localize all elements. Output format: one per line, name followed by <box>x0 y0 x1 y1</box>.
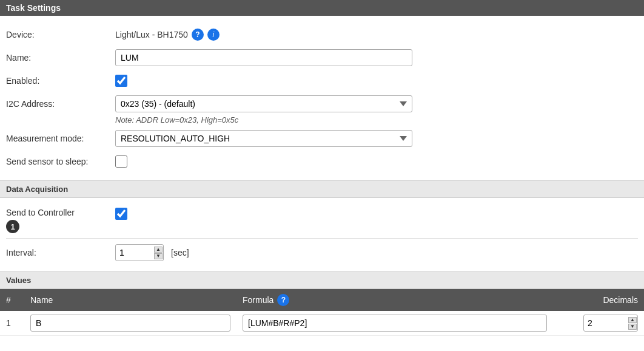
sleep-control <box>115 155 127 168</box>
page-container: Task Settings Device: Light/Lux - BH1750… <box>0 0 644 351</box>
col-header-name: Name <box>24 289 236 311</box>
name-label: Name: <box>6 53 115 63</box>
values-table-header-row: # Name Formula ? Decimals <box>0 289 644 311</box>
interval-label: Interval: <box>6 248 115 257</box>
title-text: Task Settings <box>6 3 61 13</box>
interval-row: Interval: ▲ ▼ [sec] <box>6 244 638 262</box>
name-input[interactable] <box>115 49 412 66</box>
interval-up-arrow[interactable]: ▲ <box>154 247 163 253</box>
form-area: Device: Light/Lux - BH1750 ? i Name: Ena… <box>0 16 644 180</box>
send-to-controller-control <box>115 208 127 220</box>
row-formula-cell <box>236 311 553 336</box>
i2c-label: I2C Address: <box>6 99 115 109</box>
enabled-checkbox[interactable] <box>115 75 127 87</box>
values-table-body: 1 ▲ ▼ <box>0 311 644 336</box>
formula-header-area: Formula ? <box>243 294 547 306</box>
formula-label: Formula <box>243 295 273 305</box>
row-formula-input[interactable] <box>243 315 547 332</box>
col-header-hash: # <box>0 289 24 311</box>
device-label: Device: <box>6 30 115 39</box>
decimals-arrows: ▲ ▼ <box>628 315 637 332</box>
data-acquisition-area: Send to Controller 1 Interval: ▲ ▼ [sec] <box>0 198 644 271</box>
i2c-select[interactable]: 0x23 (35) - (default) 0x5c (92) <box>115 95 412 112</box>
interval-down-arrow[interactable]: ▼ <box>154 253 163 259</box>
values-table-head: # Name Formula ? Decimals <box>0 289 644 311</box>
col-header-formula: Formula ? <box>236 289 553 311</box>
row-name-cell <box>24 311 236 336</box>
measurement-mode-control: RESOLUTION_AUTO_HIGH RESOLUTION_HIGH RES… <box>115 130 412 147</box>
decimals-spinner: ▲ ▼ <box>583 315 638 332</box>
measurement-mode-row: Measurement mode: RESOLUTION_AUTO_HIGH R… <box>6 129 638 148</box>
send-to-controller-text: Send to Controller <box>6 208 115 217</box>
row-name-input[interactable] <box>30 315 230 332</box>
i2c-row: I2C Address: 0x23 (35) - (default) 0x5c … <box>6 95 638 113</box>
send-to-controller-label-area: Send to Controller 1 <box>6 208 115 233</box>
device-help-icon[interactable]: ? <box>192 29 204 41</box>
device-value-area: Light/Lux - BH1750 ? i <box>115 29 220 41</box>
row-decimals-cell: ▲ ▼ <box>553 311 644 336</box>
sleep-row: Send sensor to sleep: <box>6 152 638 171</box>
enabled-row: Enabled: <box>6 72 638 90</box>
values-header: Values <box>0 271 644 289</box>
interval-spinner-arrows: ▲ ▼ <box>154 244 163 261</box>
interval-unit: [sec] <box>171 248 189 257</box>
device-info-icon[interactable]: i <box>207 29 220 41</box>
decimals-down-arrow[interactable]: ▼ <box>628 324 637 330</box>
values-table: # Name Formula ? Decimals 1 <box>0 289 644 336</box>
send-to-controller-badge: 1 <box>6 220 19 233</box>
enabled-label: Enabled: <box>6 76 115 86</box>
measurement-mode-select[interactable]: RESOLUTION_AUTO_HIGH RESOLUTION_HIGH RES… <box>115 130 412 147</box>
i2c-control: 0x23 (35) - (default) 0x5c (92) <box>115 95 412 112</box>
decimals-up-arrow[interactable]: ▲ <box>628 317 637 323</box>
formula-help-icon[interactable]: ? <box>277 294 289 306</box>
data-acquisition-header: Data Acquisition <box>0 180 644 198</box>
title-bar: Task Settings <box>0 0 644 16</box>
device-value: Light/Lux - BH1750 <box>115 30 188 39</box>
interval-spinner: ▲ ▼ <box>115 244 164 261</box>
divider-1 <box>6 238 638 239</box>
col-header-decimals: Decimals <box>553 289 644 311</box>
name-row: Name: <box>6 49 638 67</box>
row-id: 1 <box>0 311 24 336</box>
sleep-label: Send sensor to sleep: <box>6 157 115 166</box>
enabled-control <box>115 75 127 87</box>
measurement-mode-label: Measurement mode: <box>6 134 115 143</box>
sleep-checkbox[interactable] <box>115 155 127 168</box>
table-row: 1 ▲ ▼ <box>0 311 644 336</box>
i2c-note: Note: ADDR Low=0x23, High=0x5c <box>115 115 638 124</box>
send-to-controller-checkbox[interactable] <box>115 208 127 220</box>
name-control <box>115 49 412 66</box>
device-row: Device: Light/Lux - BH1750 ? i <box>6 26 638 44</box>
decimals-spinner-wrapper: ▲ ▼ <box>559 315 638 332</box>
send-to-controller-row: Send to Controller 1 <box>6 208 638 233</box>
interval-control: ▲ ▼ [sec] <box>115 244 189 261</box>
